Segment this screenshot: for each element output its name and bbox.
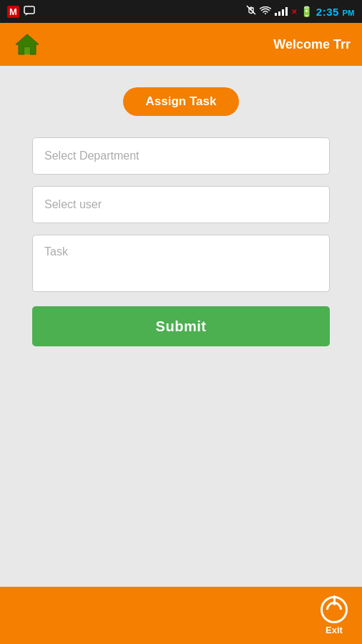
- assign-task-badge[interactable]: Assign Task: [123, 87, 240, 116]
- submit-button[interactable]: Submit: [32, 306, 330, 346]
- gmail-icon: M: [7, 6, 19, 18]
- no-signal-icon: ✕: [291, 8, 297, 16]
- svg-rect-0: [24, 6, 34, 14]
- power-arc: [323, 598, 345, 620]
- mute-icon: [246, 5, 256, 18]
- status-bar-left: M: [7, 6, 35, 18]
- department-input[interactable]: [32, 137, 330, 175]
- battery-icon: 🔋: [300, 6, 313, 17]
- main-content: Assign Task Submit: [0, 66, 362, 587]
- home-icon: [14, 31, 40, 57]
- top-nav: Welcome Trr: [0, 23, 362, 66]
- user-input[interactable]: [32, 186, 330, 223]
- status-time: 2:35 PM: [316, 6, 355, 18]
- wifi-icon: [260, 5, 271, 18]
- home-button[interactable]: [11, 29, 43, 60]
- welcome-text: Welcome Trr: [273, 37, 351, 52]
- exit-button[interactable]: Exit: [321, 596, 348, 635]
- exit-label: Exit: [326, 625, 343, 635]
- status-bar: M: [0, 0, 362, 23]
- chat-icon: [24, 6, 35, 18]
- svg-rect-4: [24, 47, 30, 54]
- signal-icon: [275, 7, 288, 16]
- status-bar-right: ✕ 🔋 2:35 PM: [246, 5, 355, 18]
- task-input[interactable]: [32, 235, 330, 292]
- power-icon: [321, 596, 348, 623]
- bottom-bar: Exit: [0, 587, 362, 644]
